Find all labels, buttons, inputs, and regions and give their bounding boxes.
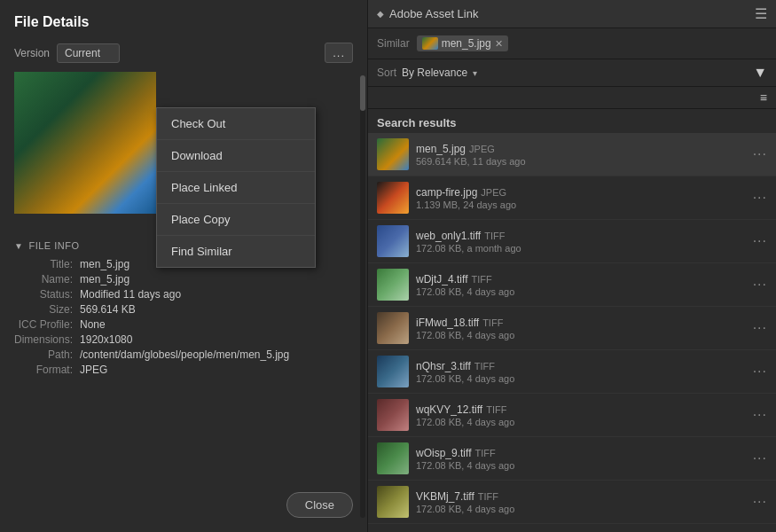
result-thumbnail	[377, 312, 409, 344]
hamburger-icon[interactable]: ☰	[755, 5, 767, 22]
more-button[interactable]: ...	[325, 43, 353, 63]
result-more-button[interactable]: ···	[753, 407, 767, 423]
result-thumbnail	[377, 399, 409, 431]
filter-tag: men_5.jpg ✕	[417, 35, 508, 51]
info-label: Dimensions:	[14, 333, 73, 346]
context-menu: Check Out Download Place Linked Place Co…	[156, 107, 316, 268]
diamond-icon: ◆	[377, 9, 384, 19]
result-thumbnail	[377, 182, 409, 214]
sort-row: Sort By Relevance ▾ ▼	[368, 59, 776, 87]
result-meta: 1.139 MB, 24 days ago	[416, 200, 746, 210]
tag-thumbnail	[422, 37, 438, 50]
result-info: wqKVY_12.tiffTIFF172.08 KB, 4 days ago	[416, 403, 746, 427]
result-meta: 172.08 KB, 4 days ago	[416, 286, 746, 297]
result-name-line: men_5.jpgJPEG	[416, 143, 746, 155]
result-info: wDjtJ_4.tiffTIFF172.08 KB, 4 days ago	[416, 273, 746, 297]
result-thumbnail	[377, 138, 409, 170]
info-value: men_5.jpg	[80, 273, 353, 286]
info-label: Size:	[14, 303, 73, 316]
result-name: wqKVY_12.tiff	[416, 403, 482, 416]
info-value: /content/dam/globesl/people/men/men_5.jp…	[80, 348, 353, 361]
info-value: 569.614 KB	[80, 303, 353, 316]
filter-row: Similar men_5.jpg ✕	[368, 28, 776, 59]
info-value: JPEG	[80, 364, 353, 376]
result-more-button[interactable]: ···	[753, 364, 767, 379]
result-meta: 172.08 KB, 4 days ago	[416, 460, 746, 471]
result-meta: 172.08 KB, a month ago	[416, 243, 746, 254]
result-more-button[interactable]: ···	[753, 146, 767, 162]
image-preview	[14, 72, 156, 214]
scrollbar-track[interactable]	[360, 75, 365, 518]
collapse-arrow-icon: ▼	[14, 241, 23, 251]
sort-label: Sort	[377, 66, 396, 79]
result-item[interactable]: VKBMj_7.tiffTIFF172.08 KB, 4 days ago···	[368, 481, 776, 524]
left-panel: File Details Version Current ... Check O…	[0, 0, 368, 532]
sort-chevron-icon[interactable]: ▾	[473, 68, 477, 78]
result-more-button[interactable]: ···	[753, 190, 767, 206]
result-type: TIFF	[478, 491, 498, 502]
result-name-line: wOisp_9.tiffTIFF	[416, 447, 746, 459]
result-item[interactable]: web_only1.tiffTIFF172.08 KB, a month ago…	[368, 220, 776, 263]
file-thumbnail	[14, 72, 156, 214]
result-meta: 172.08 KB, 4 days ago	[416, 417, 746, 427]
filter-funnel-icon[interactable]: ▼	[753, 65, 767, 81]
result-meta: 569.614 KB, 11 days ago	[416, 156, 746, 167]
result-info: nQhsr_3.tiffTIFF172.08 KB, 4 days ago	[416, 360, 746, 384]
result-info: camp-fire.jpgJPEG1.139 MB, 24 days ago	[416, 186, 746, 210]
result-meta: 172.08 KB, 4 days ago	[416, 330, 746, 340]
list-controls: ≡	[368, 87, 776, 109]
list-view-icon[interactable]: ≡	[760, 90, 767, 105]
result-item[interactable]: iFMwd_18.tiffTIFF172.08 KB, 4 days ago··…	[368, 307, 776, 350]
result-thumbnail	[377, 225, 409, 257]
place-linked-menu-item[interactable]: Place Linked	[157, 172, 315, 204]
sort-left: Sort By Relevance ▾	[377, 66, 477, 79]
result-type: TIFF	[486, 404, 506, 415]
place-copy-menu-item[interactable]: Place Copy	[157, 204, 315, 236]
result-item[interactable]: wOisp_9.tiffTIFF172.08 KB, 4 days ago···	[368, 437, 776, 481]
result-name: iFMwd_18.tiff	[416, 317, 479, 329]
result-name-line: web_only1.tiffTIFF	[416, 230, 746, 242]
close-button[interactable]: Close	[286, 492, 353, 518]
result-type: TIFF	[474, 361, 495, 372]
find-similar-menu-item[interactable]: Find Similar	[157, 236, 315, 267]
panel-header-title: Adobe Asset Link	[389, 7, 478, 20]
result-item[interactable]: wDjtJ_4.tiffTIFF172.08 KB, 4 days ago···	[368, 263, 776, 307]
result-name-line: wDjtJ_4.tiffTIFF	[416, 273, 746, 286]
result-info: web_only1.tiffTIFF172.08 KB, a month ago	[416, 230, 746, 254]
result-info: VKBMj_7.tiffTIFF172.08 KB, 4 days ago	[416, 490, 746, 514]
result-item[interactable]: wqKVY_12.tiffTIFF172.08 KB, 4 days ago··…	[368, 394, 776, 437]
result-type: TIFF	[482, 317, 503, 328]
info-label: Status:	[14, 288, 73, 301]
result-more-button[interactable]: ···	[753, 233, 767, 249]
info-value: 1920x1080	[80, 333, 353, 346]
info-label: Format:	[14, 364, 73, 376]
version-select[interactable]: Current	[57, 43, 120, 63]
version-row: Version Current ...	[14, 43, 353, 63]
checkout-menu-item[interactable]: Check Out	[157, 108, 315, 140]
info-value: Modified 11 days ago	[80, 288, 353, 301]
result-type: JPEG	[469, 144, 495, 154]
version-label: Version	[14, 47, 50, 59]
result-type: TIFF	[484, 231, 505, 241]
result-item[interactable]: nQhsr_3.tiffTIFF172.08 KB, 4 days ago···	[368, 350, 776, 394]
info-label: Path:	[14, 348, 73, 361]
info-value: None	[80, 318, 353, 331]
info-label: ICC Profile:	[14, 318, 73, 331]
tag-close-icon[interactable]: ✕	[495, 38, 503, 50]
result-info: iFMwd_18.tiffTIFF172.08 KB, 4 days ago	[416, 317, 746, 340]
result-name-line: camp-fire.jpgJPEG	[416, 186, 746, 199]
file-info-label: FILE INFO	[28, 240, 79, 251]
result-more-button[interactable]: ···	[753, 450, 767, 466]
result-more-button[interactable]: ···	[753, 494, 767, 510]
scrollbar-thumb[interactable]	[360, 75, 365, 111]
sort-value[interactable]: By Relevance	[402, 66, 467, 79]
result-type: JPEG	[481, 187, 506, 198]
result-meta: 172.08 KB, 4 days ago	[416, 504, 746, 514]
download-menu-item[interactable]: Download	[157, 140, 315, 172]
right-panel: ◆ Adobe Asset Link ☰ Similar men_5.jpg ✕…	[368, 0, 776, 532]
result-type: TIFF	[474, 448, 495, 458]
result-more-button[interactable]: ···	[753, 320, 767, 336]
result-item[interactable]: men_5.jpgJPEG569.614 KB, 11 days ago···	[368, 133, 776, 176]
result-item[interactable]: camp-fire.jpgJPEG1.139 MB, 24 days ago··…	[368, 176, 776, 220]
result-more-button[interactable]: ···	[753, 277, 767, 293]
